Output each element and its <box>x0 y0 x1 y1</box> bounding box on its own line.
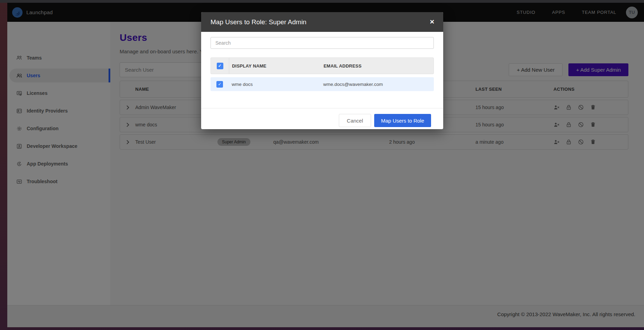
modal-body: DISPLAY NAME EMAIL ADDRESS wme docs wme.… <box>201 32 443 91</box>
select-all-checkbox[interactable] <box>217 63 223 69</box>
modal-footer: Cancel Map Users to Role <box>201 108 443 129</box>
modal-title: Map Users to Role: Super Admin <box>211 18 307 26</box>
row-display-name: wme docs <box>229 82 323 87</box>
modal-table-row[interactable]: wme docs wme.docs@wavemaker.com <box>211 77 434 91</box>
header-email-address: EMAIL ADDRESS <box>324 63 433 69</box>
map-users-modal: Map Users to Role: Super Admin ✕ DISPLAY… <box>201 12 443 129</box>
modal-table-header: DISPLAY NAME EMAIL ADDRESS <box>211 57 434 74</box>
close-icon[interactable]: ✕ <box>430 19 435 25</box>
modal-search-input[interactable] <box>211 37 434 49</box>
row-checkbox[interactable] <box>216 81 223 88</box>
header-display-name: DISPLAY NAME <box>229 63 324 69</box>
modal-header: Map Users to Role: Super Admin ✕ <box>201 12 443 32</box>
row-email: wme.docs@wavemaker.com <box>323 82 434 87</box>
cancel-button[interactable]: Cancel <box>339 114 371 127</box>
map-users-to-role-button[interactable]: Map Users to Role <box>374 114 431 127</box>
